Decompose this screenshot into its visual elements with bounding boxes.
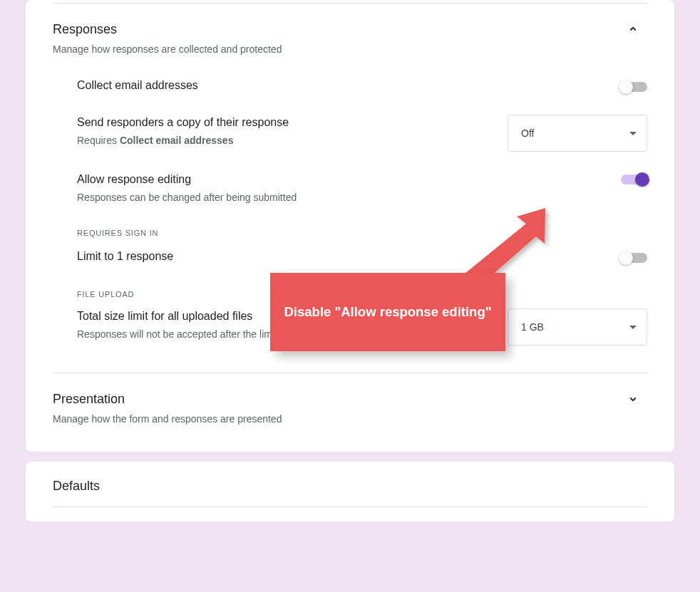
section-desc: Manage how responses are collected and p…	[53, 42, 626, 56]
settings-card: Responses Manage how responses are colle…	[26, 0, 674, 452]
toggle-allow-edit[interactable]	[621, 175, 647, 185]
setting-allow-edit: Allow response editing Responses can be …	[53, 162, 647, 214]
label: Send responders a copy of their response	[77, 115, 499, 130]
setting-send-copy: Send responders a copy of their response…	[53, 105, 647, 162]
section-desc: Manage how the form and responses are pr…	[53, 412, 626, 426]
setting-collect-email: Collect email addresses	[53, 66, 647, 105]
toggle-limit-1[interactable]	[621, 253, 647, 263]
defaults-card: Defaults	[26, 462, 674, 521]
caret-down-icon	[629, 326, 637, 329]
annotation-text: Disable "Allow response editing"	[284, 304, 492, 320]
label: Allow response editing	[77, 172, 612, 187]
label: Limit to 1 response	[77, 249, 612, 264]
dropdown-size-limit[interactable]: 1 GB	[508, 308, 647, 346]
sub: Requires Collect email addresses	[77, 133, 499, 147]
section-title: Defaults	[43, 476, 657, 507]
subhead-signin: REQUIRES SIGN IN	[53, 214, 647, 237]
dropdown-value: 1 GB	[521, 321, 544, 333]
section-title: Responses	[53, 21, 626, 38]
dropdown-send-copy[interactable]: Off	[508, 115, 647, 152]
section-title: Presentation	[53, 390, 626, 407]
divider	[53, 507, 647, 507]
toggle-collect-email[interactable]	[621, 82, 647, 92]
caret-down-icon	[629, 132, 637, 135]
label: Collect email addresses	[77, 78, 612, 93]
section-responses-header[interactable]: Responses Manage how responses are colle…	[43, 4, 657, 62]
annotation-callout: Disable "Allow response editing"	[270, 273, 505, 351]
chevron-down-icon	[626, 392, 640, 406]
dropdown-value: Off	[521, 128, 534, 139]
section-presentation-header[interactable]: Presentation Manage how the form and res…	[43, 373, 657, 443]
setting-limit-1: Limit to 1 response	[53, 237, 647, 276]
chevron-up-icon	[626, 22, 640, 36]
sub: Responses can be changed after being sub…	[77, 190, 612, 204]
